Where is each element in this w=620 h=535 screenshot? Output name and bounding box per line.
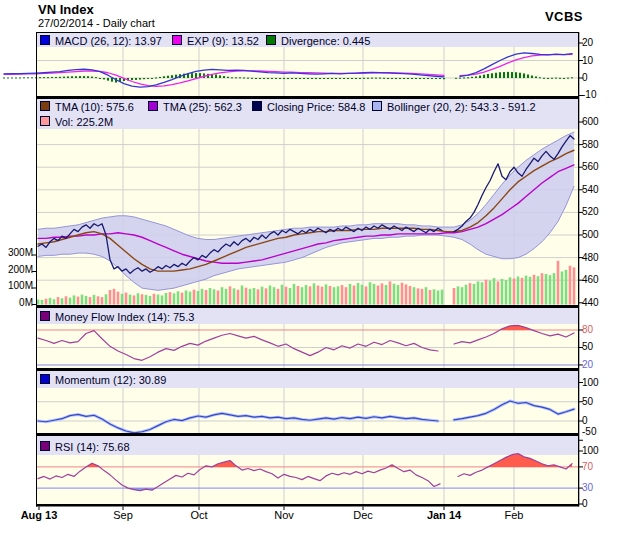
legend-macd: MACD (26, 12): 13.97 xyxy=(40,35,162,48)
momentum-ytick: -50 xyxy=(582,427,618,437)
rsi-ytick-30: 30 xyxy=(582,483,618,493)
chart-page: VN Index 27/02/2014 - Daily chart VCBS M… xyxy=(0,0,620,535)
momentum-ytick: 0 xyxy=(582,416,618,426)
xtick-nov: Nov xyxy=(254,509,314,521)
legend-closing-price: Closing Price: 584.8 xyxy=(252,101,365,114)
price-ytick: 440 xyxy=(582,298,618,308)
vol-ytick: 0M xyxy=(0,298,33,308)
macd-ytick: 0 xyxy=(582,73,618,83)
divergence-swatch-icon xyxy=(266,35,276,45)
price-ytick: 580 xyxy=(582,140,618,150)
rsi-ytick-70: 70 xyxy=(582,462,618,472)
price-ytick: 480 xyxy=(582,253,618,263)
rsi-ytick-100: 100 xyxy=(582,446,618,456)
closing-price-swatch-icon xyxy=(252,101,262,111)
mfi-ytick-20: 20 xyxy=(582,360,618,370)
macd-ytick: 20 xyxy=(582,38,618,48)
legend-tma10: TMA (10): 575.6 xyxy=(40,101,134,114)
macd-swatch-icon xyxy=(40,35,50,45)
price-ytick: 540 xyxy=(582,185,618,195)
price-ytick: 600 xyxy=(582,117,618,127)
rsi-swatch-icon xyxy=(40,441,50,451)
price-ytick: 500 xyxy=(582,230,618,240)
xtick-dec: Dec xyxy=(333,509,393,521)
xtick-jan14: Jan 14 xyxy=(414,509,474,521)
rsi-ytick-0: 0 xyxy=(582,499,618,509)
vol-ytick: 100M xyxy=(0,281,33,291)
mfi-ytick-80: 80 xyxy=(582,325,618,335)
xtick-sep: Sep xyxy=(93,509,153,521)
bollinger-swatch-icon xyxy=(372,101,382,111)
vol-ytick: 200M xyxy=(0,265,33,275)
tma25-swatch-icon xyxy=(148,101,158,111)
legend-bollinger: Bollinger (20, 2): 543.3 - 591.2 xyxy=(372,101,536,114)
chart-canvas[interactable] xyxy=(0,0,620,535)
mfi-swatch-icon xyxy=(40,311,50,321)
price-ytick: 560 xyxy=(582,162,618,172)
momentum-ytick: 50 xyxy=(582,397,618,407)
tma10-swatch-icon xyxy=(40,101,50,111)
momentum-ytick: 100 xyxy=(582,378,618,388)
momentum-swatch-icon xyxy=(40,374,50,384)
mfi-ytick-50: 50 xyxy=(582,342,618,352)
page-title: VN Index xyxy=(38,2,94,17)
price-ytick: 520 xyxy=(582,207,618,217)
legend-mfi: Money Flow Index (14): 75.3 xyxy=(40,311,194,324)
legend-rsi: RSI (14): 75.68 xyxy=(40,441,130,454)
vol-ytick: 300M xyxy=(0,248,33,258)
macd-ytick: -10 xyxy=(582,90,618,100)
legend-volume: Vol: 225.2M xyxy=(40,116,113,129)
chart-date-subtitle: 27/02/2014 - Daily chart xyxy=(38,17,155,29)
xtick-oct: Oct xyxy=(169,509,229,521)
legend-tma25: TMA (25): 562.3 xyxy=(148,101,242,114)
legend-momentum: Momentum (12): 30.89 xyxy=(40,374,166,387)
legend-exp: EXP (9): 13.52 xyxy=(172,35,259,48)
macd-ytick: 10 xyxy=(582,56,618,66)
price-ytick: 460 xyxy=(582,275,618,285)
exp-swatch-icon xyxy=(172,35,182,45)
volume-swatch-icon xyxy=(40,116,50,126)
xtick-aug13: Aug 13 xyxy=(9,509,69,521)
legend-divergence: Divergence: 0.445 xyxy=(266,35,370,48)
brand-logo: VCBS xyxy=(545,9,583,24)
xtick-feb: Feb xyxy=(484,509,544,521)
